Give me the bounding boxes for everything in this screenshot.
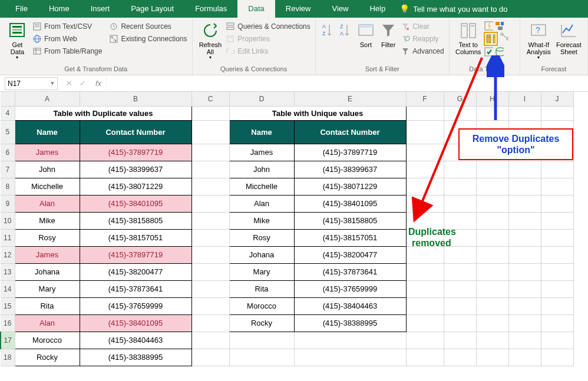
cell-E10[interactable]: (415)-38158805 — [294, 212, 406, 229]
refresh-all-button[interactable]: Refresh All ▾ — [196, 20, 225, 62]
data-validation-icon[interactable] — [484, 47, 493, 57]
cell-C7[interactable] — [191, 161, 229, 178]
cell-C14[interactable] — [191, 280, 229, 297]
cell-G13[interactable] — [444, 263, 476, 280]
title-left[interactable]: Table with Duplicate values — [15, 106, 191, 120]
properties-button[interactable]: Properties — [224, 34, 311, 44]
cell-E8[interactable]: (415)-38071229 — [294, 178, 406, 195]
cell-D8[interactable]: Micchelle — [229, 178, 294, 195]
cell-B13[interactable]: (415)-38200477 — [80, 263, 191, 280]
cell-E12[interactable]: (415)-38200477 — [294, 246, 406, 263]
cell-J11[interactable] — [541, 229, 573, 246]
cell-C4[interactable] — [191, 106, 229, 120]
cell-B14[interactable]: (415)-37873641 — [80, 280, 191, 297]
cell-B6[interactable]: (415)-37897719 — [80, 144, 191, 161]
cell-A8[interactable]: Micchelle — [15, 178, 80, 195]
cell-C15[interactable] — [191, 297, 229, 314]
tab-insert[interactable]: Insert — [80, 0, 121, 18]
sort-za-button[interactable]: ZA — [337, 20, 355, 42]
cell-C13[interactable] — [191, 263, 229, 280]
cell-I17[interactable] — [508, 332, 541, 349]
tab-view[interactable]: View — [321, 0, 359, 18]
row-header-17[interactable]: 17 — [1, 332, 15, 349]
get-data-button[interactable]: Get Data ▾ — [4, 20, 31, 62]
cell-H11[interactable] — [476, 229, 508, 246]
column-header-D[interactable]: D — [229, 92, 294, 106]
cell-J13[interactable] — [541, 263, 573, 280]
row-header-10[interactable]: 10 — [1, 212, 15, 229]
cell-E6[interactable]: (415)-37897719 — [294, 144, 406, 161]
cell-H4[interactable] — [476, 106, 508, 120]
tab-formulas[interactable]: Formulas — [184, 0, 237, 18]
cell-J17[interactable] — [541, 332, 573, 349]
cell-A16[interactable]: Alan — [15, 314, 80, 332]
cell-A17[interactable]: Morocco — [15, 332, 80, 349]
cell-J10[interactable] — [541, 212, 573, 229]
row-header-7[interactable]: 7 — [1, 161, 15, 178]
cell-F5[interactable] — [406, 120, 444, 144]
cell-A18[interactable]: Rocky — [15, 349, 80, 366]
cell-A13[interactable]: Johana — [15, 263, 80, 280]
cell-F4[interactable] — [406, 106, 444, 120]
row-header-5[interactable]: 5 — [1, 120, 15, 144]
cell-E14[interactable]: (415)-37659999 — [294, 280, 406, 297]
cell-E7[interactable]: (415)-38399637 — [294, 161, 406, 178]
cell-E18[interactable] — [294, 349, 406, 366]
cell-G9[interactable] — [444, 195, 476, 212]
reapply-button[interactable]: Reapply — [399, 34, 445, 44]
row-header-11[interactable]: 11 — [1, 229, 15, 246]
cell-H15[interactable] — [476, 297, 508, 314]
cell-D7[interactable]: John — [229, 161, 294, 178]
cell-J8[interactable] — [541, 178, 573, 195]
sort-az-button[interactable]: AZ — [319, 20, 337, 42]
cell-B10[interactable]: (415)-38158805 — [80, 212, 191, 229]
row-header-8[interactable]: 8 — [1, 178, 15, 195]
forecast-sheet-button[interactable]: Forecast Sheet — [554, 20, 584, 57]
cell-C16[interactable] — [191, 314, 229, 332]
cell-J15[interactable] — [541, 297, 573, 314]
cell-B11[interactable]: (415)-38157051 — [80, 229, 191, 246]
row-header-16[interactable]: 16 — [1, 314, 15, 332]
cell-C9[interactable] — [191, 195, 229, 212]
cell-I7[interactable] — [508, 161, 541, 178]
cell-B18[interactable]: (415)-38388995 — [80, 349, 191, 366]
cell-A6[interactable]: James — [15, 144, 80, 161]
cell-D18[interactable] — [229, 349, 294, 366]
cell-G4[interactable] — [444, 106, 476, 120]
cell-J4[interactable] — [541, 106, 573, 120]
from-table-range-button[interactable]: From Table/Range — [31, 46, 104, 57]
cell-E15[interactable]: (415)-38404463 — [294, 297, 406, 314]
recent-sources-button[interactable]: Recent Sources — [108, 21, 188, 32]
cell-C8[interactable] — [191, 178, 229, 195]
cell-G8[interactable] — [444, 178, 476, 195]
cell-A7[interactable]: John — [15, 161, 80, 178]
cell-D17[interactable] — [229, 332, 294, 349]
cell-A14[interactable]: Mary — [15, 280, 80, 297]
text-to-columns-button[interactable]: Text to Columns — [453, 20, 484, 57]
cell-I8[interactable] — [508, 178, 541, 195]
row-header-9[interactable]: 9 — [1, 195, 15, 212]
tab-page-layout[interactable]: Page Layout — [120, 0, 184, 18]
from-web-button[interactable]: From Web — [31, 34, 104, 44]
row-header-12[interactable]: 12 — [1, 246, 15, 263]
cell-C6[interactable] — [191, 144, 229, 161]
enter-icon[interactable]: ✓ — [80, 79, 86, 88]
cell-I12[interactable] — [508, 246, 541, 263]
cell-F13[interactable] — [406, 263, 444, 280]
column-header-B[interactable]: B — [80, 92, 191, 106]
remove-duplicates-button[interactable] — [484, 32, 498, 46]
row-header-6[interactable]: 6 — [1, 144, 15, 161]
cell-I9[interactable] — [508, 195, 541, 212]
cell-E17[interactable] — [294, 332, 406, 349]
cell-I4[interactable] — [508, 106, 541, 120]
column-header-E[interactable]: E — [294, 92, 406, 106]
cell-J16[interactable] — [541, 314, 573, 332]
cell-E9[interactable]: (415)-38401095 — [294, 195, 406, 212]
cell-A15[interactable]: Rita — [15, 297, 80, 314]
filter-button[interactable]: Filter — [377, 20, 399, 49]
cell-B17[interactable]: (415)-38404463 — [80, 332, 191, 349]
cell-D13[interactable]: Mary — [229, 263, 294, 280]
advanced-button[interactable]: Advanced — [399, 46, 445, 57]
cell-B7[interactable]: (415)-38399637 — [80, 161, 191, 178]
existing-connections-button[interactable]: Existing Connections — [108, 34, 188, 44]
